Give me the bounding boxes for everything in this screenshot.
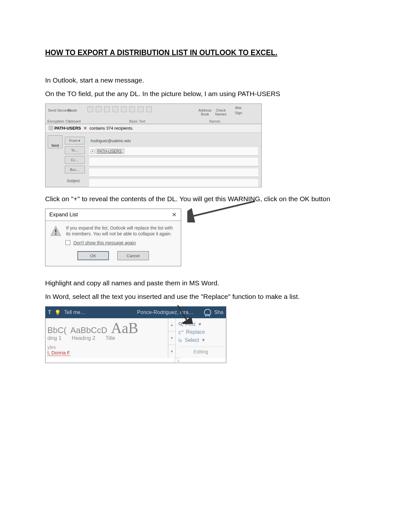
share-button[interactable]: Sha xyxy=(214,310,223,315)
expand-plus-icon[interactable] xyxy=(49,126,53,130)
cc-button[interactable]: Cc… xyxy=(65,156,85,164)
address-book-button[interactable]: Address Book xyxy=(197,108,213,116)
share-person-icon xyxy=(204,309,211,316)
cursor-icon xyxy=(178,338,183,342)
paragraph: Highlight and copy all names and paste t… xyxy=(45,279,366,287)
align-icon[interactable] xyxy=(121,106,127,112)
ribbon-group-names: Names xyxy=(209,119,220,123)
style-label: Title xyxy=(106,335,115,341)
align-icon[interactable] xyxy=(129,106,135,112)
tell-me-search[interactable]: Tell me… xyxy=(64,310,86,315)
font-color-icon[interactable] xyxy=(113,106,118,112)
styles-gallery[interactable]: BbC( AaBbCcD AaB ding 1 Heading 2 Title … xyxy=(45,318,168,358)
svg-line-4 xyxy=(191,201,255,217)
cc-field[interactable] xyxy=(89,158,258,166)
bcc-field[interactable] xyxy=(89,168,258,177)
replace-icon: abac xyxy=(178,330,184,334)
lightbulb-icon: 💡 xyxy=(54,310,61,316)
dialog-message: If you expand the list, Outlook will rep… xyxy=(66,225,176,237)
find-label: Find xyxy=(185,321,195,327)
chevron-down-icon[interactable]: ▾ xyxy=(202,337,205,343)
word-ribbon-screenshot: T 💡 Tell me… Ponce-Rodriguez, Isra… Sha … xyxy=(45,306,226,363)
paste-button[interactable]: Paste xyxy=(68,108,77,112)
svg-text:ac: ac xyxy=(178,332,181,334)
select-label: Select xyxy=(185,337,199,343)
indent-icon[interactable] xyxy=(146,106,152,112)
dl-info-bar: PATH-USERS ✕ contains 374 recipients. xyxy=(45,124,261,133)
bold-icon[interactable] xyxy=(87,106,93,112)
send-button[interactable]: Send xyxy=(48,135,63,148)
replace-button[interactable]: abac Replace xyxy=(178,328,223,336)
to-field[interactable]: + PATH-USERS; xyxy=(89,147,258,156)
chevron-down-icon[interactable]: ▾ xyxy=(199,321,201,327)
styles-launcher-icon[interactable]: ↘ xyxy=(175,358,181,363)
attach-button[interactable]: Atta xyxy=(235,106,241,110)
svg-line-11 xyxy=(181,325,183,326)
select-button[interactable]: Select ▾ xyxy=(178,336,223,344)
paragraph: In Outlook, start a new message. xyxy=(45,76,366,84)
ribbon-group-clipboard: Clipboard xyxy=(65,119,81,123)
styles-scroll-up-icon[interactable]: ▴ xyxy=(168,318,175,331)
style-label: Heading 2 xyxy=(72,335,95,341)
outlook-ribbon: Send Securely Encryption Paste Clipboard… xyxy=(45,104,261,124)
paragraph: Click on "+" to reveal the contents of t… xyxy=(45,195,366,203)
style-preview[interactable]: BbC( xyxy=(47,325,66,335)
annotation-arrow-icon xyxy=(187,200,258,222)
dl-recipient-count: contains 374 recipients. xyxy=(89,126,133,131)
remove-dl-icon[interactable]: ✕ xyxy=(83,126,87,131)
styles-more-icon[interactable]: ▾ xyxy=(168,345,175,358)
close-icon[interactable]: ✕ xyxy=(171,212,177,218)
check-names-button[interactable]: Check Names xyxy=(214,108,228,116)
svg-point-10 xyxy=(179,322,181,325)
ribbon-group-encryption: Encryption xyxy=(47,119,64,123)
ok-button[interactable]: OK xyxy=(77,251,109,260)
to-button[interactable]: To… xyxy=(65,146,85,154)
bullets-icon[interactable] xyxy=(138,106,143,112)
dont-show-again-label: Don't show this message again xyxy=(73,240,136,245)
subject-label: Subject xyxy=(65,175,87,183)
document-text: t, Donna F xyxy=(47,350,70,356)
style-preview[interactable]: AaB xyxy=(111,320,138,337)
to-recipient-chip[interactable]: PATH-USERS; xyxy=(96,149,124,154)
cancel-button[interactable]: Cancel xyxy=(117,251,149,260)
expand-plus-icon[interactable]: + xyxy=(91,149,94,153)
underline-icon[interactable] xyxy=(104,106,110,112)
doc-title: HOW TO EXPORT A DISTRIBUTION LIST IN OUT… xyxy=(45,48,366,57)
sign-button[interactable]: Sign xyxy=(235,111,242,115)
replace-label: Replace xyxy=(186,329,205,335)
from-button[interactable]: From ▾ xyxy=(65,137,85,144)
format-tab-icon[interactable]: T xyxy=(48,310,51,315)
paragraph: On the TO field, put the any DL. In the … xyxy=(45,90,366,98)
subject-field[interactable] xyxy=(89,179,258,187)
expand-list-dialog: Expand List ✕ If you expand the list, Ou… xyxy=(45,209,181,266)
style-label: ding 1 xyxy=(47,335,62,341)
find-button[interactable]: Find ▾ xyxy=(178,320,223,328)
send-securely-button[interactable]: Send Securely xyxy=(48,108,71,112)
style-preview[interactable]: AaBbCcD xyxy=(70,325,107,335)
svg-rect-6 xyxy=(55,229,56,232)
styles-scroll-down-icon[interactable]: ▾ xyxy=(168,331,175,345)
bcc-button[interactable]: Bcc… xyxy=(65,166,85,173)
ribbon-group-editing: Editing xyxy=(178,347,223,354)
paragraph: In Word, select all the text you inserte… xyxy=(45,293,366,300)
search-icon xyxy=(178,322,183,327)
outlook-compose-screenshot: Send Securely Encryption Paste Clipboard… xyxy=(45,103,262,187)
dont-show-again-checkbox[interactable] xyxy=(65,240,70,245)
ribbon-group-styles: yles xyxy=(47,344,56,350)
svg-rect-7 xyxy=(55,233,56,235)
italic-icon[interactable] xyxy=(96,106,102,112)
format-icons xyxy=(87,106,152,112)
dialog-title: Expand List xyxy=(49,212,78,218)
from-field[interactable]: Irodriguez@uabmc.edu xyxy=(89,137,258,145)
ribbon-group-basic-text: Basic Text xyxy=(129,119,145,123)
dl-name: PATH-USERS xyxy=(54,126,81,131)
warning-icon xyxy=(50,225,62,237)
account-user[interactable]: Ponce-Rodriguez, Isra… xyxy=(137,310,193,315)
